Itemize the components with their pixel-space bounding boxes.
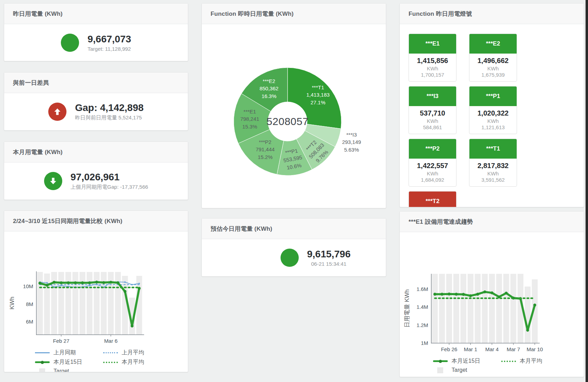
device-tile-value: 1,496,662: [469, 57, 517, 65]
device-tile-target: 1,700,157: [409, 72, 456, 78]
legend-label: 上月平均: [122, 349, 144, 356]
card-title: Function 即時日用電量 (KWh): [202, 4, 386, 24]
device-tile-value: 1,422,557: [409, 162, 456, 170]
metric-body: 9,667,073 Target: 11,128,992: [4, 24, 188, 61]
donut-slice-label-E1: ***E1798,24115.3%: [240, 108, 259, 130]
svg-text:Feb 26: Feb 26: [441, 346, 458, 352]
legend-item[interactable]: 本月近15日: [433, 357, 501, 365]
device-tile-header: ***E2: [469, 34, 517, 54]
legend-label: Target: [452, 367, 467, 373]
legend-swatch-square: [39, 368, 45, 373]
device-tile-unit: KWh: [409, 118, 456, 124]
card-15day-compare-chart: 2/24~3/10 近15日同期用電量比較 (KWh) 6M8M10MFeb 2…: [4, 210, 188, 372]
legend-item[interactable]: 上月同期: [35, 349, 103, 356]
device-tile-header: ***E1: [409, 34, 456, 54]
device-tile-value: 537,710: [409, 109, 456, 117]
device-tiles-grid: ***E11,415,856KWh1,700,157***E21,496,662…: [400, 24, 584, 207]
e1-chart-legend: 本月近15日本月平均Target: [433, 357, 584, 373]
device-tile-T2: ***T2955,212KWh762,358: [409, 191, 456, 207]
device-tile-unit: KWh: [409, 65, 456, 71]
metric-timestamp: 06-21 15:34:41: [307, 261, 351, 267]
device-tile-header: ***T2: [409, 192, 456, 207]
legend-swatch-dotted-thick: [103, 362, 118, 363]
right-column: Function 昨日用電燈號 ***E11,415,856KWh1,700,1…: [399, 0, 584, 377]
metric-body: 97,026,961 上個月同期用電Gap: -17,377,566: [4, 162, 188, 200]
svg-text:Mar 10: Mar 10: [526, 346, 543, 352]
card-title: ***E1 設備用電達成趨勢: [400, 211, 584, 232]
device-tile-value: 2,817,832: [469, 162, 517, 170]
card-title: 2/24~3/10 近15日同期用電量比較 (KWh): [4, 211, 188, 231]
card-title-text: ***E1 設備用電達成趨勢: [409, 218, 473, 226]
compare-chart-body: 6M8M10MFeb 27Mar 6KWh 上月同期上月平均本月近15日本月平均…: [4, 231, 188, 372]
card-title-text: 預估今日用電量 (KWh): [211, 225, 272, 233]
legend-item[interactable]: 本月近15日: [35, 359, 103, 366]
device-tile-value: 1,415,856: [409, 57, 456, 65]
card-title-text: Function 昨日用電燈號: [409, 10, 472, 18]
svg-text:Mar 7: Mar 7: [506, 346, 520, 352]
card-title-text: Function 即時日用電量 (KWh): [211, 10, 293, 18]
metric-body: Gap: 4,142,898 昨日與前日用電量 5,524,175: [4, 93, 188, 130]
device-tile-header: ***T1: [469, 139, 517, 159]
card-title: 本月用電量 (KWh): [4, 142, 188, 162]
device-tile-header: ***I3: [409, 86, 456, 106]
legend-label: Target: [54, 368, 69, 372]
e1-trend-chart[interactable]: 1M1.2M1.4M1.6MFeb 26Mar 1Mar 4Mar 7Mar 1…: [400, 232, 584, 355]
device-tile-target: 1,675,939: [469, 72, 517, 78]
metric-body: 9,615,796 06-21 15:34:41: [202, 239, 386, 276]
svg-text:1.2M: 1.2M: [417, 322, 428, 328]
donut-center-total: 5208057: [267, 116, 309, 127]
card-device-lights: Function 昨日用電燈號 ***E11,415,856KWh1,700,1…: [399, 3, 584, 207]
e1-chart-body: 1M1.2M1.4M1.6MFeb 26Mar 1Mar 4Mar 7Mar 1…: [400, 232, 584, 373]
svg-text:Mar 1: Mar 1: [464, 346, 477, 352]
device-tile-value: 1,020,322: [469, 109, 517, 117]
legend-label: 本月平均: [520, 357, 542, 365]
device-tile-unit: KWh: [409, 171, 456, 176]
realtime-donut-chart[interactable]: 5208057 ***T11,413,18327.1%***I3293,1495…: [202, 24, 386, 208]
energy-dashboard: { "page": {"background": "#eef0f0", "scr…: [0, 0, 588, 382]
legend-item[interactable]: 上月平均: [103, 349, 188, 356]
device-tile-T1: ***T12,817,832KWh3,591,562: [469, 139, 517, 187]
card-title: 預估今日用電量 (KWh): [202, 218, 386, 239]
card-title: 昨日用電量 (KWh): [4, 4, 188, 24]
metric-subtitle: Target: 11,128,992: [87, 46, 131, 52]
compare-15day-chart[interactable]: 6M8M10MFeb 27Mar 6KWh: [4, 231, 188, 347]
legend-item[interactable]: 本月平均: [501, 357, 584, 365]
status-circle-icon: [281, 249, 299, 267]
card-yesterday-usage: 昨日用電量 (KWh) 9,667,073 Target: 11,128,992: [4, 3, 188, 61]
donut-slice-label-E2: ***E2850,36216.3%: [260, 77, 278, 100]
svg-text:1.4M: 1.4M: [417, 304, 428, 310]
card-title-text: 本月用電量 (KWh): [13, 148, 63, 156]
legend-swatch-thick: [433, 360, 448, 362]
card-title-text: 與前一日差異: [13, 79, 49, 87]
legend-swatch-line: [35, 352, 50, 353]
svg-text:日用電量 KWh: 日用電量 KWh: [404, 289, 410, 328]
metric-value: Gap: 4,142,898: [75, 102, 143, 113]
svg-text:Feb 27: Feb 27: [53, 338, 70, 344]
donut-slice-label-T1: ***T11,413,18327.1%: [306, 84, 330, 106]
device-tile-unit: KWh: [469, 65, 517, 71]
metric-value: 97,026,961: [71, 172, 148, 183]
legend-item[interactable]: 本月平均: [103, 359, 188, 366]
card-title: Function 昨日用電燈號: [400, 4, 584, 24]
legend-item[interactable]: Target: [35, 368, 103, 372]
legend-swatch-thick: [35, 361, 50, 363]
device-tile-I3: ***I3537,710KWh584,861: [409, 86, 456, 134]
device-tile-P1: ***P11,020,322KWh1,121,613: [469, 86, 517, 134]
device-tile-target: 584,861: [409, 124, 456, 130]
arrow-up-circle-icon: [48, 103, 66, 121]
legend-item[interactable]: Target: [433, 367, 501, 373]
left-column: 昨日用電量 (KWh) 9,667,073 Target: 11,128,992…: [4, 0, 188, 372]
card-title-text: 2/24~3/10 近15日同期用電量比較 (KWh): [13, 217, 122, 225]
metric-value: 9,667,073: [87, 34, 131, 45]
svg-text:1M: 1M: [421, 340, 428, 346]
svg-text:10M: 10M: [23, 283, 33, 289]
svg-text:Mar 4: Mar 4: [485, 346, 498, 352]
svg-text:8M: 8M: [26, 301, 33, 307]
device-tile-P2: ***P21,422,557KWh1,684,092: [409, 139, 456, 187]
donut-slice-label-P1: ***P1553,59510.6%: [282, 146, 304, 172]
scrollbar[interactable]: [586, 0, 588, 382]
card-e1-trend-chart: ***E1 設備用電達成趨勢 1M1.2M1.4M1.6MFeb 26Mar 1…: [399, 211, 584, 377]
device-tile-unit: KWh: [469, 118, 517, 124]
legend-swatch-square: [437, 367, 443, 373]
legend-label: 本月平均: [122, 359, 144, 366]
